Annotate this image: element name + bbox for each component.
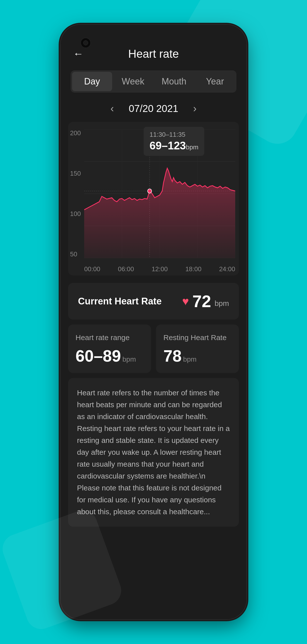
- tab-bar: Day Week Mouth Year: [70, 70, 237, 93]
- tab-mouth[interactable]: Mouth: [154, 72, 194, 91]
- hr-unit: bpm: [215, 299, 229, 308]
- y-label-150: 150: [70, 170, 81, 177]
- tooltip-value: 69–123bpm: [150, 140, 198, 152]
- y-label-200: 200: [70, 129, 81, 137]
- tab-day[interactable]: Day: [72, 72, 112, 91]
- chart-x-axis: 00:00 06:00 12:00 18:00 24:00: [84, 265, 235, 273]
- phone-shell: ← Heart rate Day Week Mouth Year ‹ 07/20…: [61, 25, 246, 619]
- current-hr-value: ♥ 72 bpm: [182, 293, 229, 310]
- info-card: Heart rate refers to the number of times…: [68, 378, 239, 526]
- svg-point-11: [148, 189, 152, 193]
- page-title: Heart rate: [83, 47, 224, 60]
- current-heart-rate-card: Current Heart Rate ♥ 72 bpm: [68, 283, 239, 320]
- x-label-1200: 12:00: [152, 265, 168, 273]
- two-col-cards: Heart rate range 60–89bpm Resting Heart …: [68, 324, 239, 373]
- camera-hole: [80, 38, 91, 48]
- info-text: Heart rate refers to the number of times…: [77, 387, 230, 518]
- x-label-0600: 06:00: [118, 265, 134, 273]
- screen: ← Heart rate Day Week Mouth Year ‹ 07/20…: [61, 25, 246, 619]
- tooltip-time: 11:30–11:35: [150, 131, 198, 138]
- resting-hr-value: 78bpm: [163, 348, 232, 364]
- app-content: ← Heart rate Day Week Mouth Year ‹ 07/20…: [61, 25, 246, 619]
- heart-rate-chart: 11:30–11:35 69–123bpm 200 150 100 50: [68, 122, 239, 276]
- back-button[interactable]: ←: [73, 48, 83, 59]
- stats-section: Current Heart Rate ♥ 72 bpm Heart rate r…: [61, 278, 246, 526]
- chart-y-axis: 200 150 100 50: [70, 129, 81, 258]
- next-date-button[interactable]: ›: [193, 102, 197, 114]
- hr-range-title: Heart rate range: [75, 334, 144, 342]
- date-navigator: ‹ 07/20 2021 ›: [61, 100, 246, 120]
- tab-week[interactable]: Week: [113, 72, 153, 91]
- current-date: 07/20 2021: [129, 103, 178, 114]
- resting-hr-card: Resting Heart Rate 78bpm: [156, 324, 239, 373]
- x-label-1800: 18:00: [185, 265, 202, 273]
- tab-year[interactable]: Year: [195, 72, 235, 91]
- resting-hr-title: Resting Heart Rate: [163, 334, 232, 342]
- y-label-50: 50: [70, 250, 81, 258]
- heart-icon: ♥: [182, 294, 189, 308]
- prev-date-button[interactable]: ‹: [110, 102, 114, 114]
- x-label-0000: 00:00: [84, 265, 100, 273]
- hr-range-card: Heart rate range 60–89bpm: [68, 324, 151, 373]
- chart-tooltip: 11:30–11:35 69–123bpm: [144, 127, 204, 156]
- y-label-100: 100: [70, 210, 81, 218]
- x-label-2400: 24:00: [219, 265, 235, 273]
- hr-range-value: 60–89bpm: [75, 348, 144, 364]
- hr-number: 72: [192, 293, 211, 310]
- current-hr-label: Current Heart Rate: [78, 296, 162, 307]
